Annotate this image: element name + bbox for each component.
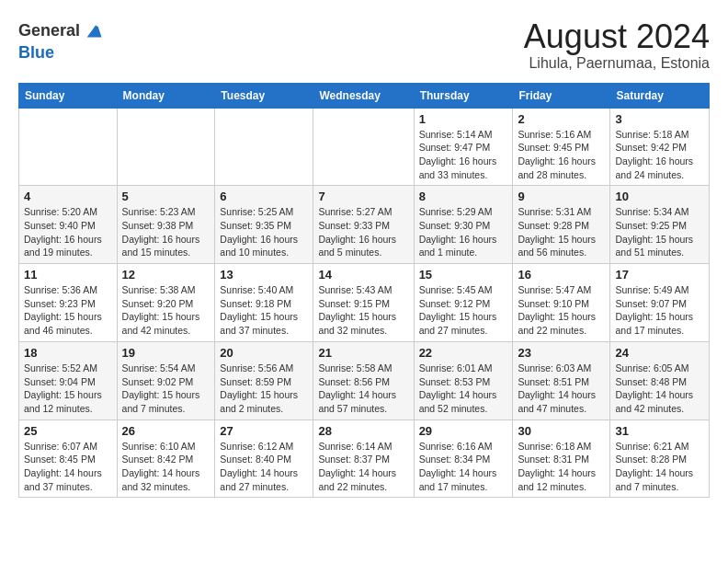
- calendar-cell: 5Sunrise: 5:23 AMSunset: 9:38 PMDaylight…: [117, 186, 215, 264]
- cell-info: Sunrise: 6:21 AMSunset: 8:28 PMDaylight:…: [615, 440, 704, 494]
- calendar-cell: 28Sunrise: 6:14 AMSunset: 8:37 PMDayligh…: [313, 419, 414, 498]
- cell-info: Sunrise: 5:29 AMSunset: 9:30 PMDaylight:…: [419, 205, 508, 259]
- calendar-cell: 7Sunrise: 5:27 AMSunset: 9:33 PMDaylight…: [313, 186, 414, 264]
- page-title: August 2024: [524, 18, 710, 55]
- cell-info: Sunrise: 5:38 AMSunset: 9:20 PMDaylight:…: [122, 283, 210, 338]
- cell-day-number: 1: [419, 112, 508, 126]
- calendar-cell: 10Sunrise: 5:34 AMSunset: 9:25 PMDayligh…: [610, 186, 710, 264]
- cell-info: Sunrise: 5:56 AMSunset: 8:59 PMDaylight:…: [220, 362, 308, 416]
- cell-info: Sunrise: 6:14 AMSunset: 8:37 PMDaylight:…: [318, 440, 408, 494]
- cell-day-number: 28: [318, 424, 408, 438]
- cell-day-number: 23: [518, 346, 605, 360]
- calendar-day-header: Wednesday: [313, 83, 414, 108]
- cell-info: Sunrise: 5:54 AMSunset: 9:02 PMDaylight:…: [122, 362, 210, 416]
- calendar-cell: [215, 108, 313, 186]
- cell-day-number: 3: [615, 112, 704, 126]
- cell-info: Sunrise: 6:03 AMSunset: 8:51 PMDaylight:…: [518, 362, 605, 416]
- cell-day-number: 30: [518, 424, 605, 438]
- calendar-cell: 2Sunrise: 5:16 AMSunset: 9:45 PMDaylight…: [513, 108, 610, 186]
- cell-info: Sunrise: 6:16 AMSunset: 8:34 PMDaylight:…: [419, 440, 508, 494]
- cell-day-number: 21: [318, 346, 408, 360]
- cell-info: Sunrise: 6:01 AMSunset: 8:53 PMDaylight:…: [419, 362, 508, 416]
- cell-info: Sunrise: 5:23 AMSunset: 9:38 PMDaylight:…: [122, 205, 210, 259]
- cell-info: Sunrise: 5:49 AMSunset: 9:07 PMDaylight:…: [615, 283, 704, 338]
- cell-info: Sunrise: 5:43 AMSunset: 9:15 PMDaylight:…: [318, 283, 408, 338]
- calendar-week-row: 18Sunrise: 5:52 AMSunset: 9:04 PMDayligh…: [19, 341, 710, 419]
- cell-info: Sunrise: 6:10 AMSunset: 8:42 PMDaylight:…: [122, 440, 210, 494]
- logo-bird-icon: [83, 18, 108, 44]
- calendar-day-header: Friday: [513, 83, 610, 108]
- cell-info: Sunrise: 6:07 AMSunset: 8:45 PMDaylight:…: [24, 440, 112, 494]
- cell-info: Sunrise: 5:52 AMSunset: 9:04 PMDaylight:…: [24, 362, 112, 416]
- logo-general: General: [18, 21, 80, 40]
- cell-day-number: 14: [318, 268, 408, 282]
- cell-day-number: 19: [122, 346, 210, 360]
- cell-day-number: 11: [24, 268, 112, 282]
- calendar-table: SundayMondayTuesdayWednesdayThursdayFrid…: [18, 83, 710, 499]
- cell-day-number: 7: [318, 190, 408, 203]
- cell-day-number: 25: [24, 424, 112, 438]
- calendar-cell: 14Sunrise: 5:43 AMSunset: 9:15 PMDayligh…: [313, 264, 414, 342]
- title-block: August 2024 Lihula, Paernumaa, Estonia: [524, 18, 710, 72]
- cell-info: Sunrise: 5:25 AMSunset: 9:35 PMDaylight:…: [220, 205, 308, 259]
- page: General Blue August 2024 Lihula, Paernum…: [0, 0, 728, 507]
- cell-info: Sunrise: 6:05 AMSunset: 8:48 PMDaylight:…: [615, 362, 704, 416]
- calendar-cell: 6Sunrise: 5:25 AMSunset: 9:35 PMDaylight…: [215, 186, 313, 264]
- calendar-cell: 19Sunrise: 5:54 AMSunset: 9:02 PMDayligh…: [117, 341, 215, 419]
- calendar-cell: 23Sunrise: 6:03 AMSunset: 8:51 PMDayligh…: [513, 341, 610, 419]
- calendar-cell: 4Sunrise: 5:20 AMSunset: 9:40 PMDaylight…: [19, 186, 118, 264]
- calendar-body: 1Sunrise: 5:14 AMSunset: 9:47 PMDaylight…: [19, 108, 710, 498]
- cell-day-number: 13: [220, 268, 308, 282]
- calendar-cell: 20Sunrise: 5:56 AMSunset: 8:59 PMDayligh…: [215, 341, 313, 419]
- cell-info: Sunrise: 5:40 AMSunset: 9:18 PMDaylight:…: [220, 283, 308, 338]
- calendar-cell: [313, 108, 414, 186]
- header: General Blue August 2024 Lihula, Paernum…: [18, 18, 710, 72]
- cell-day-number: 4: [24, 190, 112, 203]
- calendar-header: SundayMondayTuesdayWednesdayThursdayFrid…: [19, 83, 710, 108]
- calendar-day-header: Monday: [117, 83, 215, 108]
- calendar-cell: 24Sunrise: 6:05 AMSunset: 8:48 PMDayligh…: [610, 341, 710, 419]
- calendar-cell: 1Sunrise: 5:14 AMSunset: 9:47 PMDaylight…: [414, 108, 513, 186]
- cell-day-number: 29: [419, 424, 508, 438]
- calendar-cell: 17Sunrise: 5:49 AMSunset: 9:07 PMDayligh…: [610, 264, 710, 342]
- calendar-cell: 15Sunrise: 5:45 AMSunset: 9:12 PMDayligh…: [414, 264, 513, 342]
- cell-info: Sunrise: 5:36 AMSunset: 9:23 PMDaylight:…: [24, 283, 112, 338]
- calendar-cell: 12Sunrise: 5:38 AMSunset: 9:20 PMDayligh…: [117, 264, 215, 342]
- calendar-day-header: Saturday: [610, 83, 710, 108]
- calendar-week-row: 4Sunrise: 5:20 AMSunset: 9:40 PMDaylight…: [19, 186, 710, 264]
- calendar-cell: [117, 108, 215, 186]
- cell-info: Sunrise: 5:45 AMSunset: 9:12 PMDaylight:…: [419, 283, 508, 338]
- cell-info: Sunrise: 6:18 AMSunset: 8:31 PMDaylight:…: [518, 440, 605, 494]
- cell-day-number: 26: [122, 424, 210, 438]
- calendar-cell: [19, 108, 118, 186]
- cell-day-number: 8: [419, 190, 508, 203]
- cell-day-number: 6: [220, 190, 308, 203]
- logo-blue: Blue: [18, 43, 54, 62]
- calendar-day-header: Tuesday: [215, 83, 313, 108]
- cell-info: Sunrise: 5:18 AMSunset: 9:42 PMDaylight:…: [615, 128, 704, 182]
- calendar-cell: 8Sunrise: 5:29 AMSunset: 9:30 PMDaylight…: [414, 186, 513, 264]
- cell-day-number: 2: [518, 112, 605, 126]
- cell-info: Sunrise: 5:58 AMSunset: 8:56 PMDaylight:…: [318, 362, 408, 416]
- cell-day-number: 9: [518, 190, 605, 203]
- cell-info: Sunrise: 5:20 AMSunset: 9:40 PMDaylight:…: [24, 205, 112, 259]
- cell-day-number: 27: [220, 424, 308, 438]
- cell-info: Sunrise: 5:47 AMSunset: 9:10 PMDaylight:…: [518, 283, 605, 338]
- calendar-cell: 31Sunrise: 6:21 AMSunset: 8:28 PMDayligh…: [610, 419, 710, 498]
- calendar-cell: 30Sunrise: 6:18 AMSunset: 8:31 PMDayligh…: [513, 419, 610, 498]
- cell-day-number: 12: [122, 268, 210, 282]
- calendar-cell: 29Sunrise: 6:16 AMSunset: 8:34 PMDayligh…: [414, 419, 513, 498]
- cell-info: Sunrise: 5:16 AMSunset: 9:45 PMDaylight:…: [518, 128, 605, 182]
- cell-info: Sunrise: 5:31 AMSunset: 9:28 PMDaylight:…: [518, 205, 605, 259]
- cell-day-number: 10: [615, 190, 704, 203]
- calendar-cell: 16Sunrise: 5:47 AMSunset: 9:10 PMDayligh…: [513, 264, 610, 342]
- calendar-cell: 13Sunrise: 5:40 AMSunset: 9:18 PMDayligh…: [215, 264, 313, 342]
- calendar-week-row: 1Sunrise: 5:14 AMSunset: 9:47 PMDaylight…: [19, 108, 710, 186]
- cell-day-number: 18: [24, 346, 112, 360]
- calendar-week-row: 11Sunrise: 5:36 AMSunset: 9:23 PMDayligh…: [19, 264, 710, 342]
- cell-info: Sunrise: 5:34 AMSunset: 9:25 PMDaylight:…: [615, 205, 704, 259]
- cell-day-number: 16: [518, 268, 605, 282]
- calendar-day-header: Sunday: [19, 83, 118, 108]
- cell-day-number: 5: [122, 190, 210, 203]
- calendar-cell: 25Sunrise: 6:07 AMSunset: 8:45 PMDayligh…: [19, 419, 118, 498]
